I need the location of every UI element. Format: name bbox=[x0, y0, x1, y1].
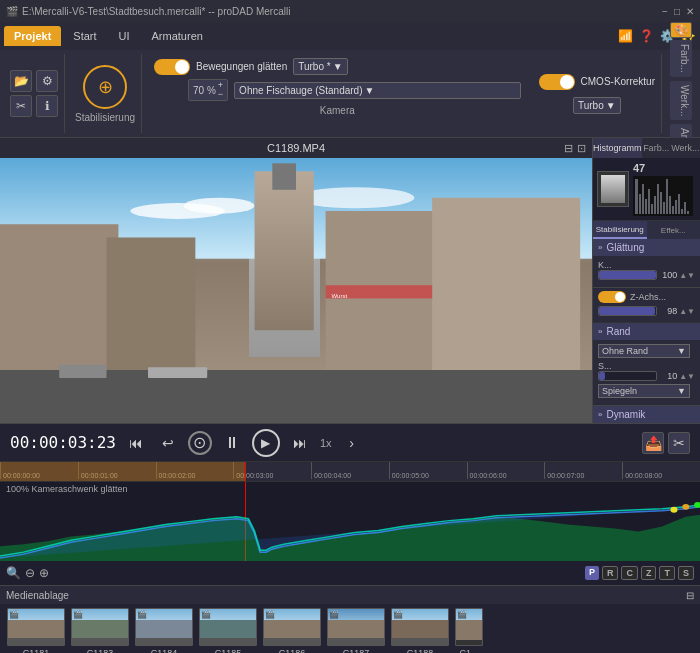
svg-rect-19 bbox=[645, 199, 647, 214]
cmos-row: CMOS-Korrektur bbox=[539, 74, 655, 90]
spiegeln-dropdown[interactable]: Spiegeln ▼ bbox=[598, 384, 690, 398]
play-button[interactable]: ▶ bbox=[252, 429, 280, 457]
bewegungen-toggle[interactable] bbox=[154, 59, 190, 75]
question-icon[interactable]: ❓ bbox=[639, 29, 654, 43]
zoom-fit-button[interactable]: ⊖ bbox=[25, 566, 35, 580]
ruler-mark-7: 00:00:07:00 bbox=[544, 462, 622, 479]
forward-arrow-button[interactable]: › bbox=[340, 431, 364, 455]
minimize-button[interactable]: − bbox=[662, 6, 668, 17]
farb-right-tab[interactable]: Farb... bbox=[642, 138, 671, 158]
expand-icon[interactable]: ⊟ bbox=[564, 142, 573, 155]
zoom-out-button[interactable]: 🔍 bbox=[6, 566, 21, 580]
zoom-in-button[interactable]: ⊕ bbox=[39, 566, 49, 580]
zachse-body: Z-Achs... 98 ▲▼ bbox=[593, 288, 700, 323]
s-slider[interactable] bbox=[598, 371, 657, 381]
right-combined-panel: Histogramm Farb... Werk... 47 bbox=[592, 138, 700, 423]
loop-button[interactable]: ⊙ bbox=[188, 431, 212, 455]
zachse-slider[interactable] bbox=[598, 306, 657, 316]
video-title-bar: C1189.MP4 ⊟ ⊡ bbox=[0, 138, 592, 158]
menu-tab-ui[interactable]: UI bbox=[109, 26, 140, 46]
fischauge-value: Ohne Fischauge (Standard) bbox=[239, 85, 362, 96]
zachse-toggle-row: Z-Achs... bbox=[598, 291, 695, 303]
svg-rect-30 bbox=[678, 194, 680, 214]
zachse-spin[interactable]: ▲▼ bbox=[679, 307, 695, 316]
svg-rect-14 bbox=[59, 365, 106, 378]
graph-area[interactable]: 100% Kameraschwenk glätten bbox=[0, 481, 700, 561]
title-bar: 🎬 E:\Mercalli-V6-Test\Stadtbesuch.mercal… bbox=[0, 0, 700, 22]
media-thumb-c1last[interactable]: 🎬 C1... bbox=[454, 608, 484, 653]
rand-header[interactable]: » Rand bbox=[593, 323, 700, 340]
palette-icon[interactable]: 🎨 bbox=[670, 22, 692, 38]
export-icon[interactable]: 📤 bbox=[642, 432, 664, 454]
stab-tab-effekt[interactable]: Effek... bbox=[647, 221, 701, 239]
werk-tab[interactable]: Werk... bbox=[670, 81, 692, 120]
scissors-icon[interactable]: ✂ bbox=[668, 432, 690, 454]
s-spin[interactable]: ▲▼ bbox=[679, 372, 695, 381]
badge-t[interactable]: T bbox=[659, 566, 675, 580]
svg-rect-21 bbox=[651, 204, 653, 214]
timeline-area[interactable]: 00:00:00:00 00:00:01:00 00:00:02:00 00:0… bbox=[0, 461, 700, 481]
ohne-rand-dropdown[interactable]: Ohne Rand ▼ bbox=[598, 344, 690, 358]
badge-s[interactable]: S bbox=[678, 566, 694, 580]
goto-start-button[interactable]: ⏮ bbox=[124, 431, 148, 455]
media-thumb-c1184[interactable]: 🎬 C1184 bbox=[134, 608, 194, 653]
svg-rect-4 bbox=[255, 171, 314, 330]
thumb-label-c1181: C1181 bbox=[23, 648, 50, 653]
minus-btn[interactable]: − bbox=[218, 90, 223, 99]
popout-icon[interactable]: ⊡ bbox=[577, 142, 586, 155]
rand-body: Ohne Rand ▼ S... 10 ▲▼ Spiegeln ▼ bbox=[593, 340, 700, 405]
media-thumb-c1183[interactable]: 🎬 C1183 bbox=[70, 608, 130, 653]
menu-tab-armaturen[interactable]: Armaturen bbox=[142, 26, 213, 46]
turbo-dropdown[interactable]: Turbo *▼ bbox=[293, 58, 347, 75]
title-bar-left: 🎬 E:\Mercalli-V6-Test\Stadtbesuch.mercal… bbox=[6, 6, 290, 17]
close-button[interactable]: ✕ bbox=[686, 6, 694, 17]
dynamik-header[interactable]: » Dynamik bbox=[593, 406, 700, 423]
histogram-tab[interactable]: Histogramm bbox=[593, 138, 642, 158]
cmos-toggle[interactable] bbox=[539, 74, 575, 90]
zachse-value: 98 bbox=[659, 306, 677, 316]
rewind-button[interactable]: ↩ bbox=[156, 431, 180, 455]
graph-svg bbox=[0, 497, 700, 561]
glattung-header[interactable]: » Glättung bbox=[593, 239, 700, 256]
svg-rect-20 bbox=[648, 189, 650, 214]
pause-button[interactable]: ⏸ bbox=[220, 431, 244, 455]
turbo2-dropdown[interactable]: Turbo▼ bbox=[573, 97, 621, 114]
spiegeln-arrow: ▼ bbox=[677, 386, 686, 396]
bewegungen-label: Bewegungen glätten bbox=[196, 61, 287, 72]
svg-rect-22 bbox=[654, 196, 656, 214]
cut-icon[interactable]: ✂ bbox=[10, 95, 32, 117]
media-thumb-c1188[interactable]: 🎬 C1188 bbox=[390, 608, 450, 653]
k-value: 100 bbox=[659, 270, 677, 280]
menu-tab-projekt[interactable]: Projekt bbox=[4, 26, 61, 46]
media-thumb-c1181[interactable]: 🎬 C1181 bbox=[6, 608, 66, 653]
badge-r[interactable]: R bbox=[602, 566, 619, 580]
stabilisierung-circle[interactable]: ⊕ bbox=[83, 65, 127, 109]
media-shelf-collapse[interactable]: ⊟ bbox=[686, 590, 694, 601]
badge-c[interactable]: C bbox=[621, 566, 638, 580]
werk-right-tab[interactable]: Werk... bbox=[671, 138, 700, 158]
bewegungen-row: Bewegungen glätten Turbo *▼ bbox=[154, 58, 521, 75]
s-slider-row: 10 ▲▼ bbox=[598, 371, 695, 381]
toolbar-cmos-group: CMOS-Korrektur Turbo▼ bbox=[533, 54, 662, 133]
zachse-knob bbox=[615, 292, 625, 302]
info-icon[interactable]: ℹ bbox=[36, 95, 58, 117]
thumb-icon-c1185: 🎬 bbox=[201, 610, 211, 619]
k-spin[interactable]: ▲▼ bbox=[679, 271, 695, 280]
menu-tab-start[interactable]: Start bbox=[63, 26, 106, 46]
fischauge-dropdown[interactable]: Ohne Fischauge (Standard)▼ bbox=[234, 82, 520, 99]
stab-tab-stabilisierung[interactable]: Stabilisierung bbox=[593, 221, 647, 239]
badge-z[interactable]: Z bbox=[641, 566, 657, 580]
svg-rect-25 bbox=[663, 202, 665, 214]
media-thumb-c1185[interactable]: 🎬 C1185 bbox=[198, 608, 258, 653]
next-frame-button[interactable]: ⏭ bbox=[288, 431, 312, 455]
open-file-icon[interactable]: 📂 bbox=[10, 70, 32, 92]
farb-tab[interactable]: Farb... bbox=[670, 40, 692, 77]
media-thumb-c1186[interactable]: 🎬 C1186 bbox=[262, 608, 322, 653]
badge-p[interactable]: P bbox=[585, 566, 599, 580]
settings-icon[interactable]: ⚙ bbox=[36, 70, 58, 92]
percent-control[interactable]: 70 % + − bbox=[188, 79, 228, 101]
media-thumb-c1187[interactable]: 🎬 C1187 bbox=[326, 608, 386, 653]
zachse-toggle[interactable] bbox=[598, 291, 626, 303]
maximize-button[interactable]: □ bbox=[674, 6, 680, 17]
k-slider[interactable] bbox=[598, 270, 657, 280]
